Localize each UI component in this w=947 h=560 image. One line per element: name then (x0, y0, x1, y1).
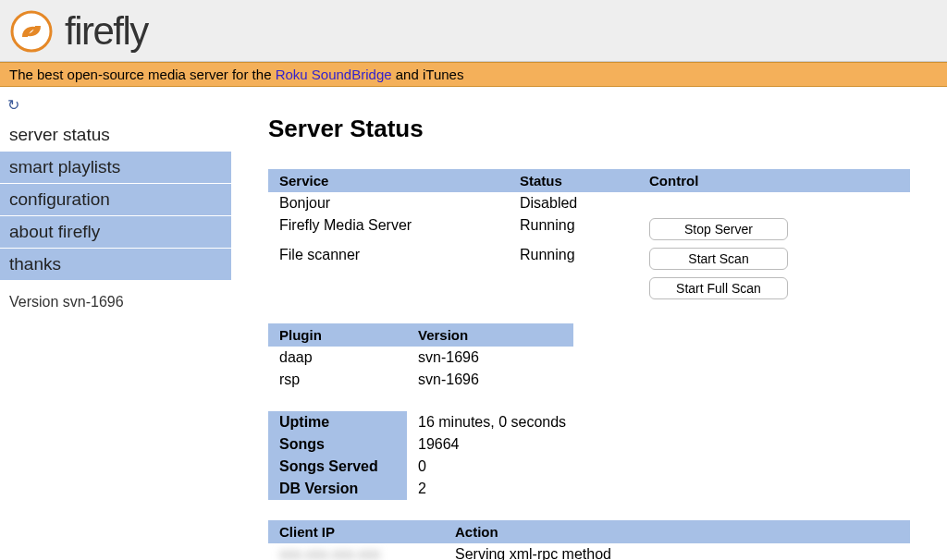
firefly-logo-icon (9, 9, 54, 54)
stat-value-served: 0 (407, 456, 910, 478)
plugin-name: daap (268, 347, 407, 369)
table-row: Firefly Media Server Running Stop Server (268, 214, 910, 244)
plugin-name: rsp (268, 369, 407, 391)
refresh-icon[interactable]: ↻ (7, 96, 19, 114)
services-header-control: Control (638, 169, 910, 192)
stat-value-dbv: 2 (407, 478, 910, 500)
table-row: Start Full Scan (268, 274, 910, 303)
sidebar-item-smart-playlists[interactable]: smart playlists (0, 152, 231, 184)
stat-value-uptime: 16 minutes, 0 seconds (407, 411, 910, 433)
services-header-service: Service (268, 169, 509, 192)
stat-label-served: Songs Served (268, 456, 407, 478)
table-row: DB Version 2 (268, 478, 910, 500)
tagline-prefix: The best open-source media server for th… (9, 67, 276, 82)
service-status: Running (509, 244, 638, 274)
clients-table: Client IP Action xxx.xxx.xxx.xxx Serving… (268, 520, 910, 560)
service-name: File scanner (268, 244, 509, 274)
start-scan-button[interactable]: Start Scan (649, 248, 788, 270)
service-status: Disabled (509, 192, 638, 214)
sidebar-version: Version svn-1696 (0, 281, 231, 323)
services-table: Service Status Control Bonjour Disabled … (268, 169, 910, 303)
tagline-link[interactable]: Roku SoundBridge (276, 67, 392, 82)
table-row: daap svn-1696 (268, 347, 573, 369)
page-title: Server Status (268, 115, 910, 143)
sidebar-item-thanks[interactable]: thanks (0, 249, 231, 281)
clients-header-action: Action (444, 520, 910, 543)
brand-name: firefly (65, 9, 148, 54)
stat-label-dbv: DB Version (268, 478, 407, 500)
plugins-header-plugin: Plugin (268, 323, 407, 347)
plugins-table: Plugin Version daap svn-1696 rsp svn-169… (268, 323, 573, 391)
clients-header-ip: Client IP (268, 520, 444, 543)
sidebar-item-configuration[interactable]: configuration (0, 184, 231, 216)
table-row: Uptime 16 minutes, 0 seconds (268, 411, 910, 433)
plugins-header-version: Version (407, 323, 573, 347)
service-name: Firefly Media Server (268, 214, 509, 244)
client-ip: xxx.xxx.xxx.xxx (279, 546, 380, 560)
table-row: File scanner Running Start Scan (268, 244, 910, 274)
table-row: rsp svn-1696 (268, 369, 573, 391)
table-row: Songs 19664 (268, 433, 910, 456)
service-status: Running (509, 214, 638, 244)
sidebar-item-server-status[interactable]: server status (0, 119, 231, 152)
table-row: Songs Served 0 (268, 456, 910, 478)
tagline-suffix: and iTunes (392, 67, 464, 82)
start-full-scan-button[interactable]: Start Full Scan (649, 277, 788, 299)
client-action: Serving xml-rpc method (444, 543, 910, 560)
stop-server-button[interactable]: Stop Server (649, 218, 788, 240)
app-header: firefly (0, 0, 947, 62)
stat-label-songs: Songs (268, 433, 407, 456)
tagline-bar: The best open-source media server for th… (0, 62, 947, 87)
content-area: Server Status Service Status Control Bon… (231, 87, 947, 560)
sidebar-item-about-firefly[interactable]: about firefly (0, 216, 231, 249)
svg-point-0 (12, 12, 51, 51)
stats-table: Uptime 16 minutes, 0 seconds Songs 19664… (268, 411, 910, 500)
service-name: Bonjour (268, 192, 509, 214)
services-header-status: Status (509, 169, 638, 192)
plugin-version: svn-1696 (407, 347, 573, 369)
table-row: xxx.xxx.xxx.xxx Serving xml-rpc method (268, 543, 910, 560)
stat-label-uptime: Uptime (268, 411, 407, 433)
stat-value-songs: 19664 (407, 433, 910, 456)
sidebar: ↻ server status smart playlists configur… (0, 87, 231, 560)
refresh-row: ↻ (0, 87, 231, 119)
plugin-version: svn-1696 (407, 369, 573, 391)
table-row: Bonjour Disabled (268, 192, 910, 214)
